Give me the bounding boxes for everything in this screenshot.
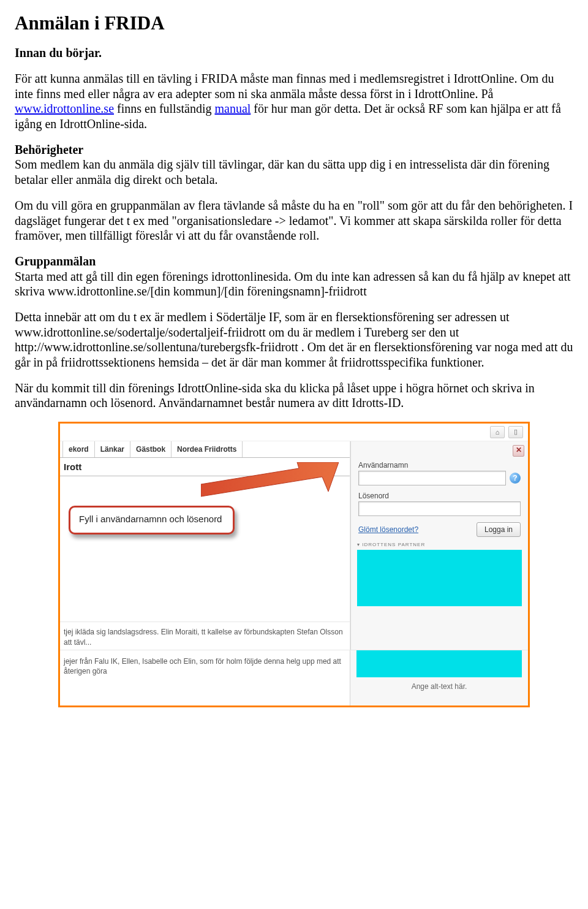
news-snippet-1: tjej ikläda sig landslagsdress. Elin Mor… (60, 622, 350, 649)
partner-banner-2 (356, 650, 522, 677)
tab-lankar[interactable]: Länkar (95, 441, 130, 457)
toolbar-button[interactable]: ▯ (508, 426, 523, 438)
paragraph-intro: För att kunna anmälas till en tävling i … (15, 71, 573, 131)
paragraph-gruppanmalan: Gruppanmälan Starta med att gå till din … (15, 254, 573, 299)
login-panel: ✕ Användarnamn ? Lösenord Glömt lösenord… (350, 441, 528, 650)
callout-text: Fyll i användarnamnn och lösenord (79, 514, 222, 524)
partner-banner (357, 550, 522, 606)
alt-text-caption: Ange alt-text här. (350, 682, 528, 693)
behorigheter-heading: Behörigheter (15, 143, 83, 156)
screenshot-toolbar: ⌂ ▯ (60, 424, 528, 441)
idrottonline-link[interactable]: www.idrottonline.se (15, 102, 114, 115)
login-form: Användarnamn ? Lösenord Glömt lösenordet… (358, 461, 521, 537)
intro-text-b: finns en fullständig (114, 102, 214, 115)
close-button[interactable]: ✕ (513, 445, 524, 457)
paragraph-login-instruction: När du kommit till din förenings IdrottO… (15, 381, 573, 411)
screenshot-left-column: ekord Länkar Gästbok Nordea Friidrotts I… (60, 441, 350, 650)
paragraph-behorigheter: Behörigheter Som medlem kan du anmäla di… (15, 142, 573, 187)
username-input[interactable] (358, 471, 506, 485)
intro-heading: Innan du börjar. (15, 45, 573, 60)
forgot-password-link[interactable]: Glömt lösenordet? (358, 525, 418, 534)
intro-text-a: För att kunna anmälas till en tävling i … (15, 72, 554, 100)
screenshot-bottom-row: jejer från Falu IK, Ellen, Isabelle och … (60, 650, 528, 706)
help-icon[interactable]: ? (510, 473, 521, 484)
paragraph-address-example: Detta innebär att om du t ex är medlem i… (15, 310, 573, 370)
gruppanmalan-text: Starta med att gå till din egen förening… (15, 270, 571, 298)
callout-box: Fyll i användarnamnn och lösenord (69, 506, 235, 534)
tab-nordea[interactable]: Nordea Friidrotts (172, 441, 243, 457)
paragraph-roles: Om du vill göra en gruppanmälan av flera… (15, 198, 573, 243)
screenshot-wrapper: ⌂ ▯ ekord Länkar Gästbok Nordea Friidrot… (15, 422, 573, 707)
nav-tabs: ekord Länkar Gästbok Nordea Friidrotts (60, 441, 350, 458)
manual-link[interactable]: manual (214, 102, 251, 115)
gruppanmalan-heading: Gruppanmälan (15, 254, 96, 268)
svg-marker-0 (201, 462, 339, 496)
screenshot-main-row: ekord Länkar Gästbok Nordea Friidrotts I… (60, 441, 528, 650)
password-label: Lösenord (358, 492, 521, 500)
username-label: Användarnamn (358, 461, 521, 470)
screenshot: ⌂ ▯ ekord Länkar Gästbok Nordea Friidrot… (58, 422, 530, 707)
screenshot-right-bottom: Ange alt-text här. (350, 650, 528, 706)
page-title: Anmälan i FRIDA (15, 12, 573, 34)
login-button[interactable]: Logga in (477, 522, 521, 537)
tab-ekord[interactable]: ekord (62, 441, 95, 457)
tab-gastbok[interactable]: Gästbok (130, 441, 172, 457)
toolbar-home-icon[interactable]: ⌂ (490, 426, 505, 438)
password-input[interactable] (358, 501, 521, 516)
behorigheter-text: Som medlem kan du anmäla dig själv till … (15, 158, 549, 186)
callout-arrow-icon (201, 462, 339, 505)
partner-header: ▾ IDROTTENS PARTNER (357, 542, 522, 547)
news-snippet-2: jejer från Falu IK, Ellen, Isabelle och … (60, 650, 350, 706)
